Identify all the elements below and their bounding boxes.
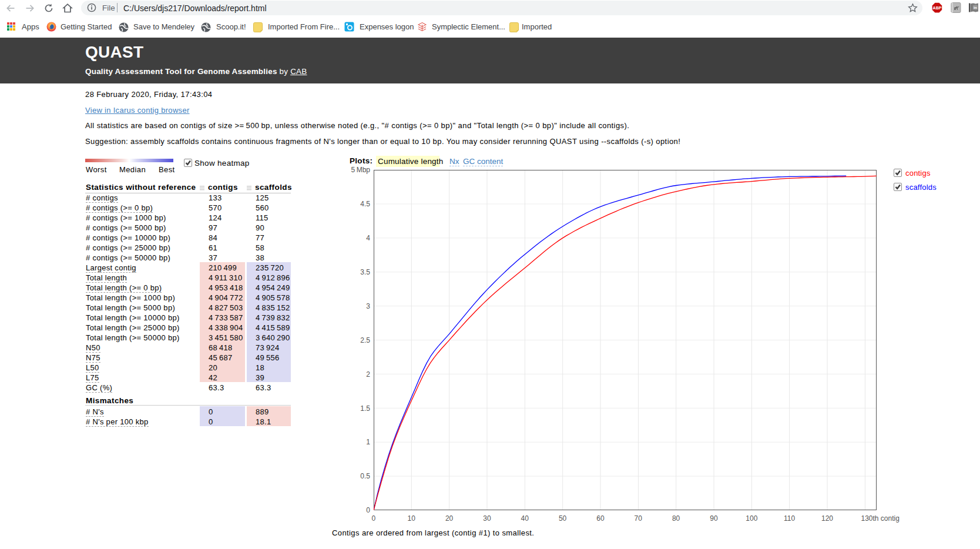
svg-text:in: in (974, 6, 977, 9)
svg-text:ABP: ABP (933, 6, 942, 10)
